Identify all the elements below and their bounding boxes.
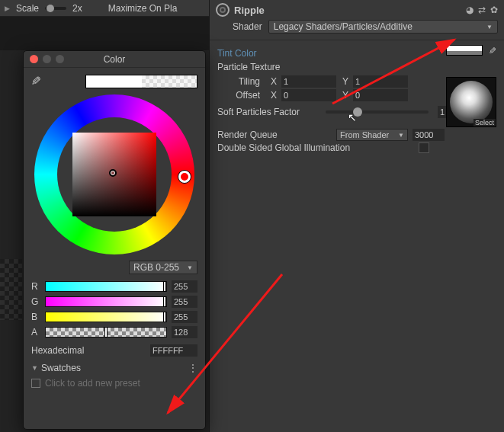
maximize-label[interactable]: Maximize On Pla (108, 3, 178, 14)
more-icon[interactable]: ⋮ (188, 363, 197, 373)
x-label: X (266, 76, 277, 87)
offset-x-field[interactable] (281, 89, 336, 101)
hex-label: Hexadecimal (31, 345, 146, 356)
r-slider[interactable] (45, 281, 167, 292)
inspector-panel: Ripple ◕ ⇄ ✿ Shader Legacy Shaders/Parti… (209, 0, 504, 432)
settings-icon[interactable]: ✿ (490, 5, 498, 15)
tiling-y-field[interactable] (353, 75, 408, 88)
channel-b: B (24, 309, 205, 325)
texture-thumbnail (450, 81, 493, 123)
hex-row: Hexadecimal (24, 340, 205, 361)
soft-particles-label: Soft Particles Factor (217, 107, 316, 117)
tint-color-swatch[interactable] (446, 45, 483, 56)
x-label: X (266, 90, 277, 101)
shader-value: Legacy Shaders/Particles/Additive (274, 21, 413, 32)
presets-icon[interactable]: ⇄ (478, 5, 486, 15)
color-wheel[interactable] (34, 94, 194, 254)
dsgi-label: Double Sided Global Illumination (217, 142, 414, 153)
a-label: A (31, 327, 40, 338)
r-value[interactable] (172, 280, 197, 293)
chevron-down-icon: ▼ (187, 264, 193, 271)
g-label: G (31, 296, 40, 307)
chevron-down-icon: ▼ (398, 132, 404, 139)
texture-select-button[interactable]: Select (474, 119, 496, 126)
render-queue-label: Render Queue (217, 130, 332, 140)
shader-row: Shader Legacy Shaders/Particles/Additive… (210, 18, 504, 40)
chevron-down-icon: ▼ (31, 364, 38, 372)
scale-slider[interactable] (45, 7, 66, 10)
channel-g: G (24, 294, 205, 309)
swatches-label: Swatches (41, 363, 81, 373)
close-icon[interactable] (30, 55, 38, 63)
b-label: B (31, 312, 40, 322)
render-queue-value[interactable] (413, 129, 445, 141)
scale-value: 2x (72, 3, 82, 14)
eyedropper-icon[interactable]: ✎ (489, 46, 496, 56)
color-picker-window: Color ✎ RGB 0-255 ▼ R G B A H (23, 50, 206, 430)
window-titlebar[interactable]: Color (24, 51, 205, 68)
scale-label: Scale (16, 3, 39, 14)
chevron-down-icon[interactable]: ▶ (5, 5, 10, 12)
offset-label: Offset (230, 90, 262, 101)
mouse-cursor-icon: ↖ (348, 111, 357, 123)
g-value[interactable] (172, 296, 197, 308)
r-label: R (31, 281, 40, 292)
b-value[interactable] (172, 311, 197, 323)
tiling-x-field[interactable] (281, 75, 336, 88)
game-view-dark (0, 17, 209, 50)
hex-field[interactable] (150, 344, 197, 357)
hue-cursor[interactable] (178, 171, 191, 183)
swatches-header[interactable]: ▼ Swatches ⋮ (24, 361, 205, 375)
material-header[interactable]: Ripple ◕ ⇄ ✿ (210, 0, 504, 18)
b-slider[interactable] (45, 312, 167, 322)
shader-label: Shader (233, 21, 262, 32)
particle-texture-label: Particle Texture (217, 60, 496, 74)
help-icon[interactable]: ◕ (466, 5, 474, 15)
add-preset-row[interactable]: Click to add new preset (24, 375, 205, 392)
dsgi-checkbox[interactable] (419, 142, 429, 153)
render-queue-dropdown[interactable]: From Shader ▼ (336, 129, 408, 141)
channel-r: R (24, 279, 205, 294)
a-slider[interactable] (45, 327, 167, 338)
y-label: Y (341, 90, 348, 101)
tiling-label: Tiling (230, 76, 262, 87)
texture-slot[interactable]: Select (446, 77, 496, 127)
sv-cursor[interactable] (109, 169, 117, 177)
soft-particles-slider[interactable] (326, 110, 429, 114)
window-title: Color (104, 54, 126, 65)
preset-hint: Click to add new preset (45, 378, 140, 389)
current-color-swatch[interactable] (85, 75, 197, 88)
minimize-icon[interactable] (43, 55, 51, 63)
material-name: Ripple (234, 5, 265, 16)
a-value[interactable] (172, 326, 197, 338)
offset-y-field[interactable] (353, 89, 408, 101)
add-preset-icon (31, 379, 40, 388)
scene-checker (0, 259, 22, 320)
color-mode-dropdown[interactable]: RGB 0-255 ▼ (129, 261, 197, 274)
chevron-down-icon: ▼ (486, 24, 493, 30)
material-icon (216, 3, 230, 17)
material-properties: Tint Color ✎ Particle Texture Select Til… (210, 40, 504, 153)
eyedropper-icon[interactable]: ✎ (31, 74, 41, 88)
sv-square[interactable] (72, 133, 156, 216)
zoom-icon[interactable] (56, 55, 64, 63)
y-label: Y (341, 76, 348, 87)
g-slider[interactable] (45, 296, 167, 307)
channel-a: A (24, 325, 205, 340)
shader-dropdown[interactable]: Legacy Shaders/Particles/Additive ▼ (268, 20, 498, 34)
